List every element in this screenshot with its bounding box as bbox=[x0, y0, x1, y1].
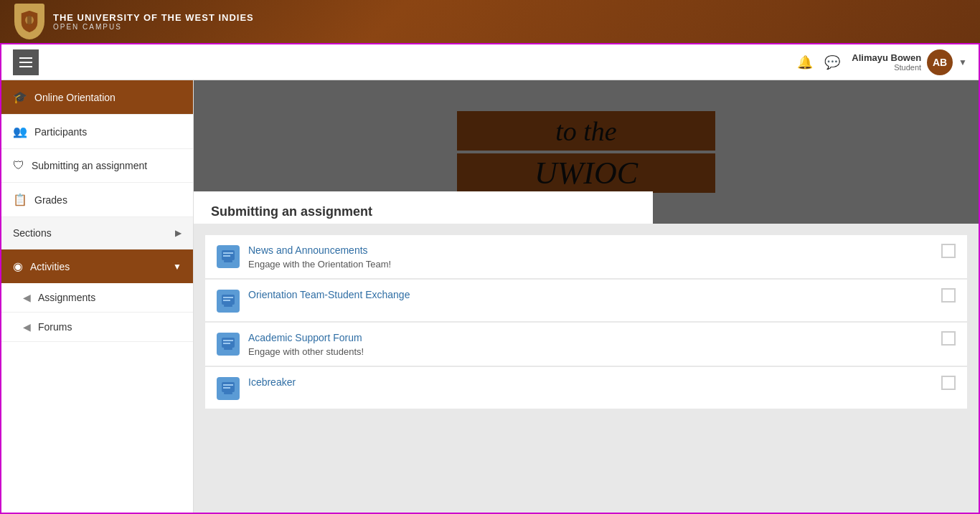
hamburger-line-1 bbox=[19, 57, 32, 59]
forum-title-exchange[interactable]: Orientation Team-Student Exchange bbox=[248, 289, 410, 300]
grades-icon: 📋 bbox=[13, 193, 27, 206]
svg-rect-16 bbox=[223, 384, 233, 386]
svg-rect-13 bbox=[223, 343, 230, 344]
list-item: News and Announcements Engage with the O… bbox=[205, 235, 967, 278]
svg-rect-5 bbox=[223, 255, 230, 257]
svg-rect-3 bbox=[224, 260, 232, 262]
university-sub: OPEN CAMPUS bbox=[53, 23, 254, 31]
forum-content-academic: Academic Support Forum Engage with other… bbox=[248, 331, 933, 357]
list-item: Icebreaker bbox=[205, 367, 967, 409]
svg-rect-12 bbox=[223, 340, 233, 341]
activities-icon: ◉ bbox=[13, 260, 23, 273]
forum-icon-icebreaker bbox=[217, 377, 240, 400]
logo-shield-icon bbox=[14, 4, 44, 39]
sections-label: Sections bbox=[13, 227, 168, 239]
list-item: Academic Support Forum Engage with other… bbox=[205, 323, 967, 366]
main-layout: 🎓 Online Orientation 👥 Participants 🛡 Su… bbox=[1, 80, 979, 513]
university-name: THE UNIVERSITY OF THE WEST INDIES bbox=[53, 12, 254, 23]
sidebar-label-participants: Participants bbox=[34, 126, 182, 138]
sidebar-label-grades: Grades bbox=[34, 194, 182, 206]
hamburger-line-2 bbox=[19, 62, 32, 63]
sidebar: 🎓 Online Orientation 👥 Participants 🛡 Su… bbox=[1, 80, 194, 513]
notifications-icon[interactable]: 🔔 bbox=[797, 54, 813, 70]
shield-check-icon: 🛡 bbox=[13, 159, 24, 172]
participants-icon: 👥 bbox=[13, 125, 27, 138]
sidebar-label-online-orientation: Online Orientation bbox=[34, 92, 182, 103]
forum-desc-academic: Engage with other students! bbox=[248, 346, 933, 357]
assignment-modal: Submitting an assignment Start → bbox=[194, 191, 653, 224]
forums-icon: ◀ bbox=[23, 321, 31, 333]
forum-icon-academic bbox=[217, 333, 240, 356]
forum-desc-news: Engage with the Orientation Team! bbox=[248, 259, 933, 270]
forum-checkbox-news[interactable] bbox=[941, 244, 956, 258]
forum-title-academic[interactable]: Academic Support Forum bbox=[248, 332, 362, 343]
menu-button[interactable] bbox=[13, 49, 39, 75]
university-name-block: THE UNIVERSITY OF THE WEST INDIES OPEN C… bbox=[53, 12, 254, 31]
sidebar-item-grades[interactable]: 📋 Grades bbox=[1, 183, 193, 217]
modal-title: Submitting an assignment bbox=[194, 191, 653, 224]
content-area: to the UWIOC Submitting an assignment bbox=[194, 80, 979, 513]
hero-banner: to the UWIOC Submitting an assignment bbox=[194, 80, 979, 224]
forum-checkbox-icebreaker[interactable] bbox=[941, 376, 956, 390]
user-dropdown-arrow-icon: ▼ bbox=[958, 57, 967, 67]
toolbar: 🔔 💬 Alimayu Bowen Student AB ▼ bbox=[1, 44, 979, 80]
user-text-block: Alimayu Bowen Student bbox=[852, 52, 921, 72]
user-name: Alimayu Bowen bbox=[852, 52, 921, 63]
sidebar-item-submitting-assignment[interactable]: 🛡 Submitting an assignment bbox=[1, 149, 193, 183]
graduation-cap-icon: 🎓 bbox=[13, 90, 27, 104]
activities-label: Activities bbox=[30, 261, 166, 272]
svg-rect-7 bbox=[224, 305, 232, 307]
forum-list: News and Announcements Engage with the O… bbox=[194, 224, 979, 422]
sidebar-label-assignments: Assignments bbox=[38, 292, 182, 303]
forum-title-news[interactable]: News and Announcements bbox=[248, 244, 368, 256]
university-logo: THE UNIVERSITY OF THE WEST INDIES OPEN C… bbox=[14, 4, 254, 39]
svg-rect-4 bbox=[223, 252, 233, 254]
avatar: AB bbox=[927, 49, 953, 75]
messages-icon[interactable]: 💬 bbox=[824, 54, 840, 70]
sidebar-item-online-orientation[interactable]: 🎓 Online Orientation bbox=[1, 80, 193, 115]
user-role: Student bbox=[852, 63, 921, 72]
list-item: Orientation Team-Student Exchange bbox=[205, 280, 967, 321]
forum-icon-news bbox=[217, 245, 240, 268]
sidebar-label-submitting-assignment: Submitting an assignment bbox=[32, 160, 182, 171]
user-menu[interactable]: Alimayu Bowen Student AB ▼ bbox=[852, 49, 967, 75]
forum-checkbox-academic[interactable] bbox=[941, 331, 956, 346]
university-header: THE UNIVERSITY OF THE WEST INDIES OPEN C… bbox=[0, 0, 980, 43]
sidebar-item-activities[interactable]: ◉ Activities ▼ bbox=[1, 249, 193, 283]
modal-overlay: Submitting an assignment Start → bbox=[194, 80, 979, 224]
toolbar-right: 🔔 💬 Alimayu Bowen Student AB ▼ bbox=[797, 49, 967, 75]
svg-rect-11 bbox=[224, 348, 232, 350]
activities-arrow-icon: ▼ bbox=[173, 262, 182, 272]
forum-title-icebreaker[interactable]: Icebreaker bbox=[248, 376, 296, 388]
svg-rect-17 bbox=[223, 387, 230, 389]
forum-content-news: News and Announcements Engage with the O… bbox=[248, 244, 933, 270]
svg-rect-15 bbox=[224, 392, 232, 394]
sidebar-item-assignments[interactable]: ◀ Assignments bbox=[1, 283, 193, 313]
forum-icon-exchange bbox=[217, 290, 240, 313]
sidebar-item-sections[interactable]: Sections ▶ bbox=[1, 217, 193, 249]
sidebar-item-forums[interactable]: ◀ Forums bbox=[1, 313, 193, 342]
sidebar-item-participants[interactable]: 👥 Participants bbox=[1, 115, 193, 149]
forum-checkbox-exchange[interactable] bbox=[941, 288, 956, 303]
svg-rect-9 bbox=[223, 300, 230, 301]
svg-rect-8 bbox=[223, 297, 233, 298]
sections-arrow-icon: ▶ bbox=[175, 228, 182, 238]
app-container: 🔔 💬 Alimayu Bowen Student AB ▼ 🎓 Online … bbox=[0, 43, 980, 514]
forum-content-exchange: Orientation Team-Student Exchange bbox=[248, 288, 933, 301]
forum-content-icebreaker: Icebreaker bbox=[248, 376, 933, 389]
assignments-icon: ◀ bbox=[23, 292, 31, 303]
svg-rect-1 bbox=[27, 16, 32, 24]
sidebar-label-forums: Forums bbox=[38, 321, 182, 333]
hamburger-line-3 bbox=[19, 66, 32, 67]
